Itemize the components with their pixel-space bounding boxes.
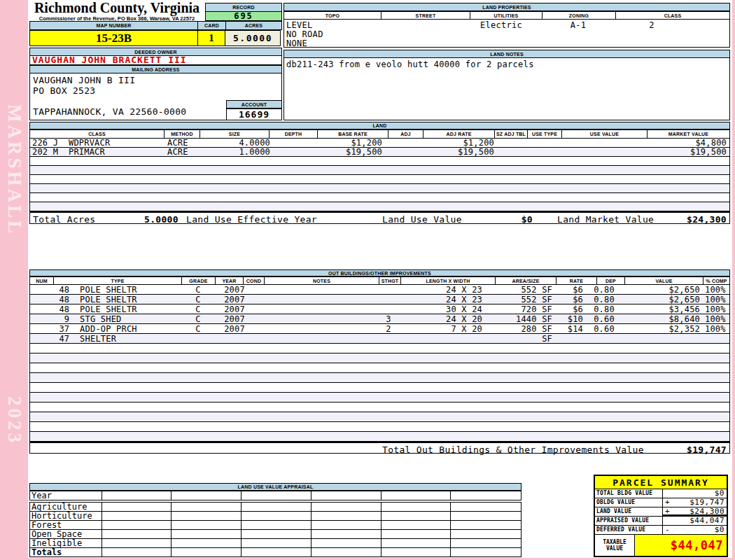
ob-col-value: VALUE [625, 276, 704, 285]
ob-col-num: NUM [29, 276, 54, 285]
land-adj-rate: $1,200 [424, 139, 494, 147]
ob-grade: C [184, 324, 212, 333]
ob-length-width: 30 X 24 [401, 304, 482, 314]
appraisal-empty-cell [312, 539, 382, 547]
summary-row-value-cell: $0 [663, 489, 727, 498]
appraisal-row-horticulture: Horticulture [29, 512, 522, 521]
out-building-row: 48 POLE SHELTRC200730 X 24720 SF$60.80$3… [30, 304, 729, 314]
land-table-body: 226 J WDPRVACRACRE4.0000$1,200$1,200$4,8… [29, 139, 730, 211]
appraisal-empty-cell [241, 530, 312, 538]
summary-row-amount: $24,300 [690, 507, 724, 516]
out-buildings-title: OUT BUILDINGS/OTHER IMPROVEMENTS [29, 270, 730, 276]
land-sz-adj-tbl [496, 139, 527, 147]
summary-row-value-cell: +$19,747 [663, 498, 727, 507]
ob-dep [589, 334, 620, 343]
appraisal-rows: AgricultureHorticultureForestOpen SpaceI… [29, 502, 522, 557]
summary-row-amount: $44,047 [690, 517, 724, 525]
ob-area-size: 1440 SF [485, 314, 552, 323]
appraisal-empty-cell [451, 539, 521, 547]
land-class: 202 M PRIMACR [32, 148, 165, 156]
address-line-3: TAPPAHANNOCK, VA 22560-0000 [33, 106, 186, 117]
summary-row-sign: + [665, 498, 670, 507]
appraisal-empty-cell [312, 530, 382, 538]
ob-sthgt [379, 304, 398, 314]
land-properties-col-utilities: UTILITIES [470, 11, 542, 20]
appraisal-empty-cell [241, 521, 312, 529]
summary-row-appraised-value: APPRAISED VALUE$44,047 [595, 517, 727, 526]
land-col-use-value: USE VALUE [562, 130, 648, 139]
appraisal-row-label: Agriculture [30, 503, 102, 511]
ob-cond [254, 334, 274, 343]
land-use-value: $0 [492, 214, 533, 225]
summary-row-value-cell: +$24,300 [663, 507, 727, 516]
appraisal-row-totals: Totals [29, 548, 522, 557]
appraisal-empty-cell [451, 491, 521, 500]
out-building-empty-row [30, 363, 729, 373]
ob-year: 2007 [218, 285, 251, 294]
land-properties-col-street: STREET [382, 11, 470, 20]
appraisal-empty-cell [382, 530, 451, 538]
summary-row-amount: $0 [715, 489, 724, 498]
ob-sthgt: 3 [379, 314, 398, 323]
land-table-title: LAND [29, 122, 730, 130]
ob-cond [254, 285, 274, 294]
ob-sthgt [379, 334, 398, 343]
out-building-empty-row [30, 354, 729, 363]
appraisal-empty-cell [241, 503, 312, 511]
ob-sthgt: 2 [379, 324, 398, 333]
ob-notes [276, 314, 374, 323]
summary-row-label: OBLDG VALUE [595, 498, 663, 507]
land-market-value-label: Land Market Value [557, 214, 654, 225]
land-empty-row [30, 193, 729, 202]
class-value: 2 [634, 20, 669, 30]
ob-length-width: 24 X 23 [401, 285, 482, 294]
mailing-address-label: MAILING ADDRESS [29, 65, 282, 74]
ob-grade [184, 334, 212, 343]
ob-dep: 0.60 [589, 324, 620, 333]
out-building-empty-row [30, 383, 729, 393]
appraisal-empty-cell [102, 512, 172, 520]
appraisal-empty-cell [102, 521, 172, 529]
ob-grade: C [184, 314, 212, 323]
appraisal-row-label: Ineligible [30, 539, 102, 547]
ob-area-size: SF [485, 334, 552, 343]
ob-rate: $6 [548, 285, 583, 294]
appraisal-empty-cell [312, 491, 382, 500]
ob-rate: $14 [548, 324, 583, 333]
appraisal-empty-cell [312, 503, 382, 511]
appraisal-empty-cell [451, 548, 521, 556]
land-notes-title: LAND NOTES [284, 50, 730, 58]
total-acres-value: 5.0000 [144, 214, 178, 225]
summary-row-value-cell: $44,047 [663, 517, 727, 525]
ob-col-type: TYPE [54, 276, 182, 285]
ob-rate: $6 [548, 295, 583, 304]
ob-num-type: 37 ADD-OP PRCH [54, 324, 137, 333]
ob-pct-comp: 100% [705, 314, 732, 323]
out-building-row: 47 SHELTERSF [30, 334, 729, 344]
appraisal-year-row: Year [29, 491, 522, 500]
land-adj [384, 148, 412, 156]
parcel-summary-title: PARCEL SUMMARY [595, 476, 727, 489]
appraisal-empty-cell [451, 512, 521, 520]
appraisal-empty-cell [172, 512, 241, 520]
appraisal-row-ineligible: Ineligible [29, 539, 522, 548]
land-properties-header: TOPOSTREETUTILITIESZONINGCLASS [284, 11, 730, 20]
ob-year [218, 334, 251, 343]
land-depth [272, 139, 311, 147]
land-use-value [561, 139, 631, 147]
land-notes-body: db211-243 from e veolo hutt 40000 for 2 … [284, 58, 730, 120]
appraisal-row-label: Forest [30, 521, 102, 529]
summary-row-amount: $0 [715, 526, 724, 534]
ob-notes [276, 324, 374, 333]
appraisal-empty-cell [312, 548, 382, 556]
parcel-summary: PARCEL SUMMARY TOTAL BLDG VALUE$0OBLDG V… [594, 475, 728, 557]
taxable-value-label: TAXABLE VALUE [595, 535, 635, 556]
utilities-none-value: NONE [286, 38, 307, 48]
out-building-row: 48 POLE SHELTRC200724 X 23552 SF$60.80$2… [30, 285, 729, 295]
land-properties-col-class: CLASS [616, 11, 730, 20]
appraisal-empty-cell [241, 548, 312, 556]
out-buildings-footer: Total Out Buildings & Other Improvements… [29, 442, 730, 454]
land-col-adj: ADJ [388, 130, 424, 139]
summary-row-deferred-value: DEFERRED VALUE-$0 [595, 526, 727, 535]
appraisal-row-agriculture: Agriculture [29, 503, 522, 512]
